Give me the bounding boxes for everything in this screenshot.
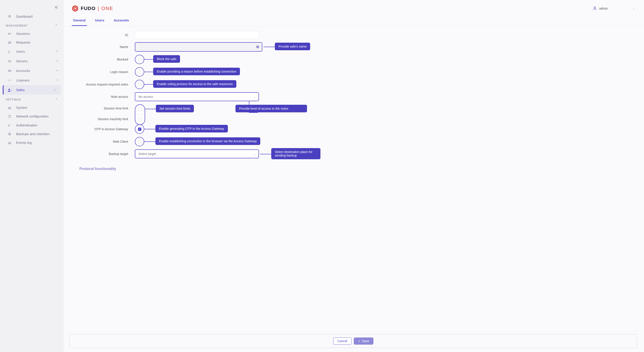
svg-rect-15 (8, 134, 11, 135)
callout-web-client: Enable establishing connection in the br… (156, 137, 260, 145)
sidebar-item-backups[interactable]: Backups and retention (0, 130, 64, 138)
network-icon (8, 115, 12, 118)
sidebar-section-management[interactable]: MANAGEMENT ⌃ (0, 21, 64, 29)
plus-icon[interactable]: + (56, 78, 60, 83)
dashboard-icon (8, 14, 12, 18)
backup-target-select[interactable]: Select target ⌵ (135, 150, 259, 158)
label-access-votes: Access request required votes (73, 83, 135, 86)
brand-logo: FUDO | ONE (72, 5, 113, 12)
label-name: Name (73, 45, 135, 49)
sidebar-item-events[interactable]: Events log (0, 138, 64, 147)
callout-blocked: Block the safe (153, 55, 180, 63)
web-client-checkbox[interactable] (135, 137, 144, 146)
briefcase-icon (8, 41, 12, 44)
card-icon (8, 69, 12, 72)
sidebar-item-servers[interactable]: Servers + (0, 56, 64, 66)
session-inactivity-limit-checkbox[interactable] (136, 116, 144, 124)
chevron-down-icon: ⌵ (254, 152, 255, 156)
svg-rect-14 (8, 133, 11, 134)
user-icon (592, 6, 597, 11)
label-backup-target: Backup target (73, 152, 135, 156)
sidebar-collapse-button[interactable] (0, 3, 64, 12)
blocked-checkbox[interactable] (135, 55, 144, 64)
svg-point-12 (8, 125, 10, 127)
required-icon: ✱ (256, 44, 260, 50)
shield-user-icon (8, 88, 12, 92)
plus-icon[interactable]: + (56, 68, 60, 73)
user-menu[interactable]: admin ⌄ (592, 6, 635, 11)
users-icon (8, 50, 12, 53)
access-votes-checkbox[interactable] (135, 80, 144, 89)
callout-name: Provide safe's name (275, 43, 310, 50)
svg-rect-2 (8, 42, 11, 44)
svg-rect-3 (9, 41, 10, 42)
cancel-button[interactable]: Cancel (333, 338, 352, 345)
sidebar-item-sessions[interactable]: Sessions (0, 29, 64, 38)
sidebar-item-users[interactable]: Users + (0, 47, 64, 56)
svg-point-0 (8, 15, 11, 18)
svg-rect-13 (9, 124, 10, 125)
callout-session-limit: Set session time limits (156, 105, 194, 112)
archive-icon (8, 132, 12, 136)
main-area: FUDO | ONE admin ⌄ General Users Account… (64, 0, 644, 352)
save-button[interactable]: ✓ Save (354, 338, 374, 345)
label-inactivity-limit: Session inactivity limit (73, 117, 135, 121)
sidebar-item-dashboard[interactable]: Dashboard (0, 12, 64, 21)
svg-rect-1 (8, 33, 10, 35)
user-name: admin (599, 7, 608, 10)
tab-accounts[interactable]: Accounts (112, 15, 130, 26)
svg-point-20 (594, 7, 596, 8)
otp-checkbox[interactable]: ✓ (135, 124, 144, 134)
check-icon: ✓ (358, 339, 361, 343)
plus-icon[interactable]: + (56, 49, 60, 54)
callout-note-access: Provide level of access to the notes (236, 105, 307, 112)
sidebar: Dashboard MANAGEMENT ⌃ Sessions Requests… (0, 0, 64, 352)
sidebar-item-safes[interactable]: Safes + (3, 85, 61, 95)
svg-point-19 (74, 7, 76, 10)
callout-backup: Select destination place for sending bac… (271, 148, 320, 159)
plus-icon[interactable]: + (56, 59, 60, 63)
label-otp: OTP in Access Gateway (73, 127, 135, 131)
session-time-limit-checkbox[interactable] (136, 105, 144, 113)
label-blocked: Blocked (73, 58, 135, 61)
svg-rect-7 (8, 70, 12, 72)
sidebar-section-settings[interactable]: SETTINGS ⌃ (0, 95, 64, 103)
sidebar-item-authentication[interactable]: Authentication (0, 121, 64, 130)
callout-access-votes: Enable voting process for access to the … (153, 80, 236, 88)
callout-otp: Enable generating OTP in the Access Gate… (156, 125, 228, 133)
broadcast-icon (8, 79, 12, 82)
sidebar-item-listeners[interactable]: Listeners + (0, 75, 64, 85)
key-icon (8, 123, 12, 127)
calendar-icon (8, 141, 12, 145)
callout-login-reason: Enable providing a reason before establi… (153, 68, 240, 75)
sidebar-item-accounts[interactable]: Accounts + (0, 66, 64, 75)
plus-icon[interactable]: + (53, 88, 57, 92)
label-session-limit: Session time limit (73, 104, 135, 110)
protocol-section-title: Protocol functionality (73, 162, 635, 173)
chevron-down-icon: ⌄ (632, 7, 635, 10)
logo-icon (72, 5, 78, 12)
label-web-client: Web Client (73, 140, 135, 143)
id-input[interactable] (135, 31, 259, 39)
login-reason-checkbox[interactable] (135, 67, 144, 77)
chevron-down-icon: ⌵ (254, 95, 255, 99)
note-access-select[interactable]: No access ⌵ (135, 92, 259, 101)
svg-rect-5 (8, 60, 12, 61)
tab-users[interactable]: Users (94, 15, 106, 26)
tab-general[interactable]: General (72, 15, 87, 26)
server-icon (8, 60, 12, 63)
chevron-up-icon: ⌃ (55, 24, 58, 27)
svg-rect-11 (8, 117, 11, 118)
svg-rect-6 (8, 61, 12, 62)
topbar: FUDO | ONE admin ⌄ (64, 0, 644, 15)
tabs: General Users Accounts (64, 15, 644, 26)
sidebar-item-requests[interactable]: Requests (0, 38, 64, 47)
sidebar-item-network[interactable]: Network configuration (0, 112, 64, 121)
label-login-reason: Login reason (73, 70, 135, 74)
camera-icon (8, 32, 12, 35)
sidebar-item-system[interactable]: System (0, 103, 64, 112)
name-input[interactable] (135, 42, 262, 52)
svg-point-9 (8, 89, 10, 90)
folder-icon (8, 106, 12, 109)
sidebar-label: Dashboard (16, 14, 32, 18)
